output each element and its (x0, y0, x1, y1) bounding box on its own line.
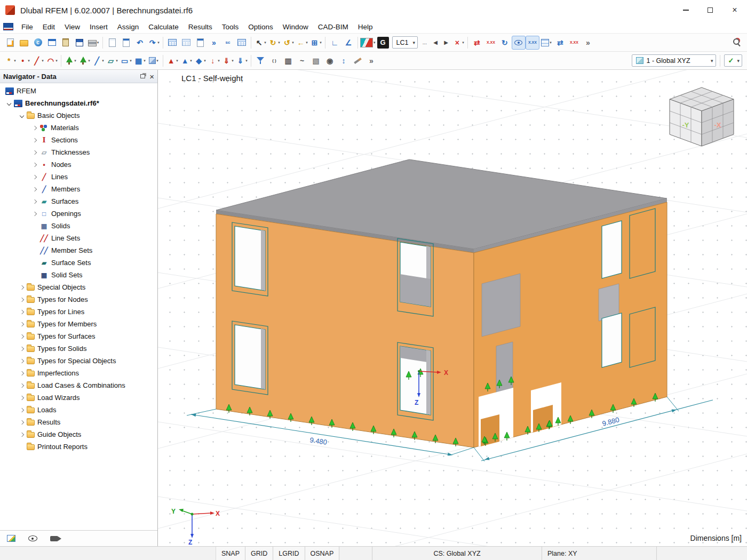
maximize-button[interactable] (698, 0, 722, 20)
previous-load-case-button[interactable]: ◀ (430, 36, 441, 50)
rfem-file-icon[interactable] (3, 23, 13, 30)
model-data-button[interactable] (45, 36, 59, 50)
model-generator-button[interactable]: ▾ (63, 54, 77, 68)
workplane-button[interactable]: ∟ (328, 36, 341, 50)
report-button[interactable] (119, 36, 133, 50)
tree-item[interactable]: Imperfections (0, 367, 157, 379)
save-button[interactable] (73, 36, 86, 50)
section-button[interactable]: ▥ (281, 54, 295, 68)
visibility-combo[interactable]: ✓ ▾ (724, 54, 742, 67)
tree-item[interactable]: Basic Objects (0, 109, 157, 122)
status-coordinate-system[interactable]: CS: Global XYZ (372, 547, 542, 560)
menu-file[interactable]: File (17, 20, 38, 34)
control-panel-button[interactable]: ▾ (539, 36, 553, 50)
move-copy-button[interactable]: ⇄ (470, 36, 484, 50)
new-solid-button[interactable]: ▦ ▾ (133, 54, 147, 68)
member-hinge-button[interactable]: ◆ ▾ (193, 54, 207, 68)
load-case-combo[interactable]: LC1 ▾ (392, 36, 418, 49)
menu-assign[interactable]: Assign (113, 20, 144, 34)
menu-options[interactable]: Options (243, 20, 278, 34)
lgrid-toggle[interactable]: LGRID (273, 547, 305, 560)
menu-help[interactable]: Help (353, 20, 378, 34)
tree-item[interactable]: Types for Members (0, 318, 157, 330)
menu-view[interactable]: View (60, 20, 85, 34)
tree-item[interactable]: • Nodes (0, 158, 157, 171)
tree-item[interactable]: ▰ Surfaces (0, 195, 157, 207)
sort-button[interactable]: ↕ (337, 54, 351, 68)
new-member-button[interactable]: ╱ ▾ (91, 54, 105, 68)
tree-item[interactable]: ╱╱ Member Sets (0, 244, 157, 257)
isometric-view-button[interactable]: ⊞ ▾ (309, 36, 323, 50)
nodal-support-button[interactable]: ▲ ▾ (165, 54, 179, 68)
tree-item[interactable]: □ Openings (0, 207, 157, 220)
new-line-button[interactable]: ╱ ▾ (31, 54, 45, 68)
print-button[interactable]: ▾ (86, 36, 100, 50)
solver-button[interactable]: sc (221, 36, 235, 50)
result-curve-button[interactable]: ~ (295, 54, 309, 68)
values-on-surfaces-toggle[interactable]: X.XX (526, 36, 539, 50)
rotate-view-button[interactable]: ↻ ▾ (267, 36, 281, 50)
tree-item[interactable]: RFEM (0, 85, 157, 97)
tree-item[interactable]: Types for Lines (0, 306, 157, 318)
tree-item[interactable]: ▦ Solid Sets (0, 269, 157, 281)
paste-button[interactable] (59, 36, 73, 50)
extra-values-button[interactable]: X.XX (567, 36, 581, 50)
tree-item[interactable]: ▦ Solids (0, 220, 157, 232)
filter-button[interactable] (253, 54, 267, 68)
nodal-load-button[interactable]: ↓ ▾ (207, 54, 221, 68)
tree-item[interactable]: Results (0, 416, 157, 428)
load-case-more-button[interactable]: ... (419, 36, 430, 50)
tree-item[interactable]: Berechnungsdatei.rf6* (0, 97, 157, 109)
grid-toggle[interactable]: GRID (245, 547, 273, 560)
close-panel-icon[interactable]: × (149, 73, 154, 81)
dlubal-center-button[interactable]: c (31, 36, 45, 50)
recalculate-button[interactable]: ↻ (498, 36, 512, 50)
tree-item[interactable]: Types for Solids (0, 342, 157, 355)
tree-item[interactable]: ╱╱ Line Sets (0, 232, 157, 244)
snapshot-button[interactable]: ◉ (323, 54, 337, 68)
delete-results-button[interactable]: × ▾ (451, 36, 465, 50)
tree-item[interactable]: Printout Reports (0, 441, 157, 453)
tree-item[interactable]: ╱ Lines (0, 171, 157, 183)
visual-style-button[interactable]: ▧ (309, 54, 323, 68)
new-block-button[interactable]: ▾ (147, 54, 161, 68)
tree-item[interactable]: ▱ Thicknesses (0, 146, 157, 158)
toolbar2-overflow-button[interactable]: » (364, 54, 378, 68)
new-opening-button[interactable]: ▭ ▾ (119, 54, 133, 68)
tree-item[interactable]: Types for Special Objects (0, 355, 157, 367)
next-load-case-button[interactable]: ▶ (441, 36, 451, 50)
table-view-button[interactable] (235, 36, 249, 50)
result-diagrams-button[interactable]: ⇄ (553, 36, 567, 50)
tree-item[interactable]: Load Cases & Combinations (0, 379, 157, 391)
new-model-button[interactable] (3, 36, 17, 50)
tree-item[interactable]: ▰ Surface Sets (0, 257, 157, 269)
tree-item[interactable]: ╱ Members (0, 183, 157, 195)
new-table-button[interactable] (105, 36, 119, 50)
minimize-button[interactable] (673, 0, 698, 20)
tree-item[interactable]: Types for Nodes (0, 293, 157, 306)
undo-button[interactable]: ↶ (133, 36, 147, 50)
navigator-views-tab[interactable] (46, 532, 62, 545)
grid-settings-button[interactable]: ∠ (341, 36, 355, 50)
tree-item[interactable]: Guide Objects (0, 428, 157, 441)
menu-window[interactable]: Window (278, 20, 313, 34)
table-layout-button[interactable] (179, 36, 193, 50)
export-tables-button[interactable]: » (207, 36, 221, 50)
show-values-toggle[interactable] (512, 36, 526, 50)
new-node-button[interactable]: • ▾ (17, 54, 31, 68)
float-panel-icon[interactable] (140, 74, 145, 78)
close-button[interactable]: × (722, 0, 747, 20)
menu-insert[interactable]: Insert (85, 20, 113, 34)
render-mode-button[interactable] (351, 54, 364, 68)
tree-item[interactable]: Materials (0, 122, 157, 134)
display-tables-button[interactable] (165, 36, 179, 50)
line-support-button[interactable]: ▲ ▾ (179, 54, 193, 68)
result-values-button[interactable]: X.XX (484, 36, 498, 50)
cancel-search-button[interactable] (730, 36, 744, 50)
printout-report-button[interactable] (193, 36, 207, 50)
menu-cad-bim[interactable]: CAD-BIM (313, 20, 353, 34)
select-objects-button[interactable]: ↖ ▾ (253, 36, 267, 50)
tree-item[interactable]: Load Wizards (0, 391, 157, 404)
navigator-visibility-tab[interactable] (25, 532, 41, 545)
zoom-view-button[interactable]: ↺ ▾ (281, 36, 295, 50)
